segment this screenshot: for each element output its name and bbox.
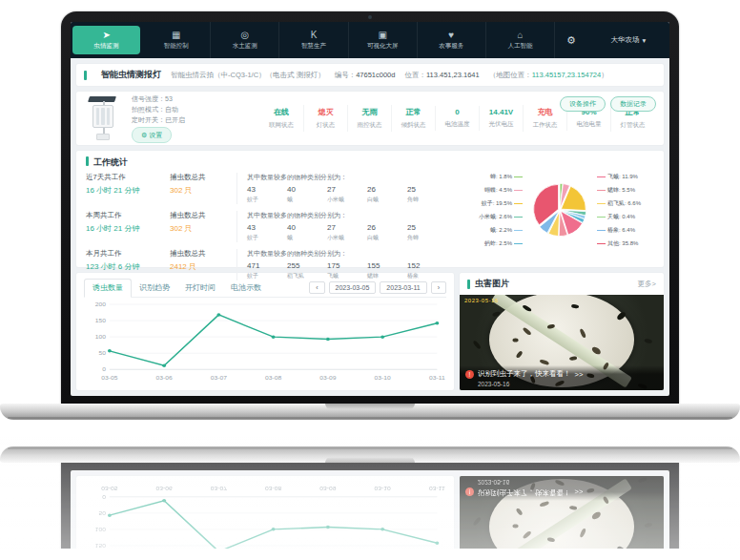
tab-2[interactable]: 识别趋势	[132, 280, 177, 297]
device-action-button-1[interactable]: 设备操作	[560, 96, 606, 112]
nav-item-3[interactable]: ◎水土监测	[211, 22, 279, 58]
pie-label-connector	[597, 230, 606, 231]
more-link[interactable]: 更多>	[638, 280, 656, 289]
pie-label-text: 椿象: 6.4%	[607, 226, 635, 235]
pie-label-connector	[514, 203, 523, 204]
status-label: 灯管状态	[611, 121, 654, 130]
species-pie-chart: 蝉: 1.8%蝴蝶: 4.5%蚊子: 19.5%小米蛾: 2.6%蛾: 2.2%…	[462, 160, 660, 259]
breakdown-list: 43蚊子40蛾27小米蛾26白蛾25角蝉	[247, 223, 477, 242]
tab-3[interactable]: 开灯时间	[177, 280, 223, 297]
webcam-dot	[368, 15, 372, 19]
device-info-line: 拍照模式：自动	[132, 104, 185, 114]
trend-chart-card: 诱虫数量识别趋势开灯时间电池示数 ‹ 2023-03-05 2023-03-11…	[76, 273, 454, 390]
alert-icon: !	[465, 370, 474, 379]
stat-catch-count: 2412 只	[170, 261, 236, 272]
work-stat-row: 本月共工作123 小时 6 分钟捕虫数总共2412 只其中数量较多的物种类别分别…	[86, 249, 477, 280]
status-电池温度: 0电池温度	[435, 106, 479, 131]
laptop-lid-notch	[325, 404, 415, 409]
pie-labels-left: 蝉: 1.8%蝴蝶: 4.5%蚊子: 19.5%小米蛾: 2.6%蛾: 2.2%…	[462, 173, 523, 248]
species-name: 蛾	[287, 196, 327, 204]
service-icon: ♥	[448, 31, 454, 40]
device-subtitle: 智能虫情云拍（中-CQ3-1/C）（电击式 测报灯）	[171, 71, 325, 80]
top-navbar-items: ➤虫情监测▦智能控制◎水土监测K智慧生产▣可视化大屏♥农事服务⌂人工智能	[71, 22, 555, 58]
map-location-link[interactable]: 113.45157,23.154724	[532, 71, 601, 79]
date-next-button[interactable]: ›	[431, 281, 446, 294]
species-name: 小米蛾	[327, 196, 367, 204]
svg-text:03-10: 03-10	[375, 374, 392, 381]
stat-breakdown: 其中数量较多的物种类别分别为：43蚊子40蛾27小米蛾26白蛾25角蝉	[236, 211, 477, 242]
species-item: 471蚊子	[247, 261, 287, 280]
user-menu[interactable]: 大华农场 ▾	[587, 22, 669, 58]
production-icon: K	[311, 31, 318, 40]
pie-label-connector	[597, 203, 606, 204]
device-title-card: 智能虫情测报灯 智能虫情云拍（中-CQ3-1/C）（电击式 测报灯） 编号：47…	[76, 64, 664, 86]
nav-item-6[interactable]: ♥农事服务	[418, 22, 486, 58]
species-name: 蚊子	[247, 196, 287, 204]
date-to-input[interactable]: 2023-03-11	[380, 281, 426, 294]
work-stats-card: 工作统计 近7天共工作16 小时 21 分钟捕虫数总共302 只其中数量较多的物…	[76, 151, 664, 267]
cursor-icon: ➤	[102, 31, 110, 40]
stat-catch-count: 302 只	[170, 223, 236, 234]
pie-label-飞蛾: 飞蛾: 11.9%	[597, 173, 638, 181]
device-action-button-2[interactable]: 数据记录	[610, 96, 656, 112]
nav-item-1[interactable]: ➤虫情监测	[72, 26, 140, 54]
date-prev-button[interactable]: ‹	[309, 281, 324, 294]
nav-item-label: 可视化大屏	[367, 42, 399, 51]
species-count: 255	[287, 261, 327, 270]
pie-label-text: 天蛾: 0.4%	[607, 213, 635, 221]
nav-item-4[interactable]: K智慧生产	[279, 22, 348, 58]
stat-duration: 16 小时 21 分钟	[86, 223, 170, 234]
status-联网状态: 在线联网状态	[259, 105, 303, 132]
caption-more-link[interactable]: >>	[575, 370, 584, 379]
device-location: 位置：113.451,23.1641	[404, 71, 479, 80]
date-from-input[interactable]: 2023-03-05	[329, 281, 377, 294]
species-count: 27	[327, 223, 367, 232]
species-count: 27	[327, 185, 367, 194]
pest-trap-photo[interactable]: 2023-05-16 ! 识别到虫子来了，快来看看！ >> 2023-05-16	[460, 295, 664, 390]
nav-item-7[interactable]: ⌂人工智能	[486, 22, 555, 58]
pie-label-connector	[514, 243, 523, 244]
status-value: 14.41V	[480, 108, 523, 116]
device-summary-card: 信号强度：53拍照模式：自动定时开关：已开启 ⚙ 设置 在线联网状态熄灭灯状态无…	[76, 92, 664, 145]
work-stat-row: 近7天共工作16 小时 21 分钟捕虫数总共302 只其中数量较多的物种类别分别…	[86, 173, 477, 204]
stat-duration: 123 小时 6 分钟	[86, 261, 170, 272]
nav-item-2[interactable]: ▦智能控制	[142, 22, 211, 58]
tab-4[interactable]: 电池示数	[223, 280, 269, 297]
laptop-reflection: ➤虫情监测▦智能控制◎水土监测K智慧生产▣可视化大屏♥农事服务⌂人工智能 ⚙ 大…	[0, 424, 740, 549]
species-name: 蛾	[287, 234, 327, 242]
device-action-buttons: 设备操作数据记录	[560, 96, 656, 112]
pie-label-text: 其他: 35.8%	[607, 239, 638, 248]
laptop-screen: ➤虫情监测▦智能控制◎水土监测K智慧生产▣可视化大屏♥农事服务⌂人工智能 ⚙ 大…	[71, 22, 669, 396]
settings-gear-icon[interactable]: ⚙	[555, 22, 587, 58]
pest-photo-header: 虫害图片 更多>	[460, 273, 664, 295]
ai-home-icon: ⌂	[517, 31, 523, 40]
gear-icon: ⚙	[141, 132, 147, 138]
svg-text:200: 200	[95, 301, 107, 307]
device-serial: 编号：47651c000d	[335, 71, 396, 80]
species-item: 43蚊子	[247, 223, 287, 242]
pie-label-text: 蛾: 2.2%	[490, 226, 512, 235]
species-name: 白蛾	[367, 196, 407, 204]
nav-item-5[interactable]: ▣可视化大屏	[349, 22, 418, 58]
stat-catch: 捕虫数总共302 只	[170, 211, 236, 234]
stat-duration: 16 小时 21 分钟	[86, 185, 170, 196]
pie-label-蝉: 蝉: 1.8%	[490, 173, 523, 181]
pie-label-蚂蚱: 蚂蚱: 2.5%	[484, 239, 523, 248]
laptop: ➤虫情监测▦智能控制◎水土监测K智慧生产▣可视化大屏♥农事服务⌂人工智能 ⚙ 大…	[61, 11, 679, 420]
species-count: 175	[327, 261, 367, 270]
species-item: 175飞蛾	[327, 261, 367, 280]
stat-breakdown: 其中数量较多的物种类别分别为：43蚊子40蛾27小米蛾26白蛾25角蝉	[236, 173, 477, 204]
species-item: 40蛾	[287, 185, 327, 204]
tab-1[interactable]: 诱虫数量	[84, 279, 132, 298]
species-name: 飞蛾	[327, 272, 367, 280]
device-settings-button[interactable]: ⚙ 设置	[132, 127, 172, 143]
breakdown-list: 471蚊子255稻飞虱175飞蛾155蟋蟀152椿象	[247, 261, 477, 280]
species-item: 25角蝉	[407, 185, 447, 204]
status-label: 灯状态	[304, 121, 347, 130]
pie-label-connector	[597, 243, 606, 244]
pie-label-text: 蝴蝶: 4.5%	[484, 186, 512, 195]
species-name: 角蝉	[407, 196, 447, 204]
pest-lamp-image	[86, 96, 122, 140]
pie-label-蚊子: 蚊子: 19.5%	[482, 199, 523, 208]
nav-item-label: 农事服务	[439, 42, 463, 51]
